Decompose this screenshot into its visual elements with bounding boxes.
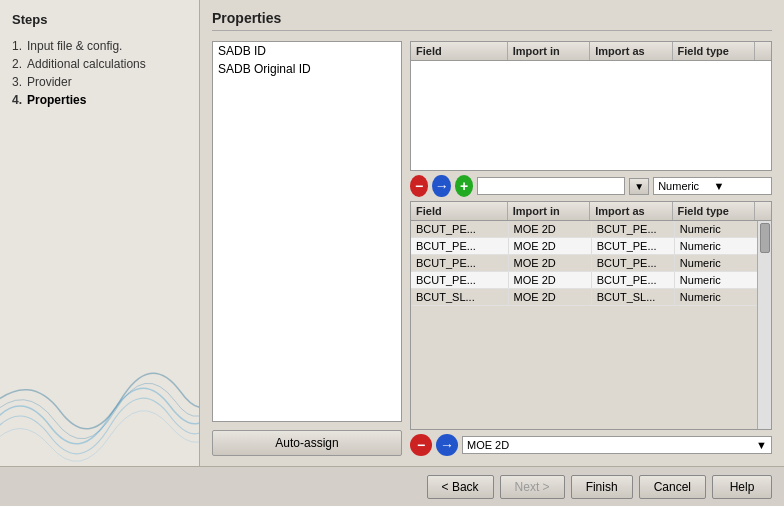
bottom-table-header: Field Import in Import as Field type	[411, 202, 771, 221]
sidebar-title: Steps	[12, 12, 187, 27]
finish-button[interactable]: Finish	[571, 475, 633, 499]
info-button[interactable]: →	[432, 175, 450, 197]
sidebar-item-1: 1. Input file & config.	[12, 37, 187, 55]
bottom-table-body: BCUT_PE... MOE 2D BCUT_PE... Numeric BCU…	[411, 221, 757, 429]
sidebar-item-3: 3. Provider	[12, 73, 187, 91]
step-num-2: 2.	[12, 57, 22, 71]
list-item[interactable]: SADB Original ID	[213, 60, 401, 78]
field-name-input[interactable]	[477, 177, 625, 195]
right-panel: Properties SADB ID SADB Original ID Auto…	[200, 0, 784, 466]
step-num-4: 4.	[12, 93, 22, 107]
top-table-header: Field Import in Import as Field type	[411, 42, 771, 61]
bottom-mapping-table: Field Import in Import as Field type BCU…	[410, 201, 772, 430]
remove-bottom-button[interactable]: −	[410, 434, 432, 456]
next-button[interactable]: Next >	[500, 475, 565, 499]
th-import-as: Import as	[590, 42, 672, 60]
list-item[interactable]: SADB ID	[213, 42, 401, 60]
bth-scroll	[755, 202, 771, 220]
moe-dropdown[interactable]: MOE 2D ▼	[462, 436, 772, 454]
sidebar: Steps 1. Input file & config. 2. Additio…	[0, 0, 200, 466]
remove-button[interactable]: −	[410, 175, 428, 197]
sidebar-item-4: 4. Properties	[12, 91, 187, 109]
bth-import-as: Import as	[590, 202, 672, 220]
numeric-dropdown[interactable]: Numeric ▼	[653, 177, 772, 195]
top-mapping-table: Field Import in Import as Field type	[410, 41, 772, 171]
th-field: Field	[411, 42, 508, 60]
table-row[interactable]: BCUT_PE... MOE 2D BCUT_PE... Numeric	[411, 272, 757, 289]
table-row[interactable]: BCUT_SL... MOE 2D BCUT_SL... Numeric	[411, 289, 757, 306]
sidebar-item-label-2: Additional calculations	[27, 57, 146, 71]
top-table-body	[411, 61, 771, 151]
bth-field-type: Field type	[673, 202, 755, 220]
th-scroll	[755, 42, 771, 60]
help-button[interactable]: Help	[712, 475, 772, 499]
field-list: SADB ID SADB Original ID	[212, 41, 402, 422]
mapping-panel: Field Import in Import as Field type − →…	[410, 41, 772, 456]
th-field-type: Field type	[673, 42, 755, 60]
th-import-in: Import in	[508, 42, 590, 60]
table-row[interactable]: BCUT_PE... MOE 2D BCUT_PE... Numeric	[411, 221, 757, 238]
sidebar-item-label-3: Provider	[27, 75, 72, 89]
top-controls-row: − → + ▼ Numeric ▼	[410, 175, 772, 197]
back-button[interactable]: < Back	[427, 475, 494, 499]
auto-assign-button[interactable]: Auto-assign	[212, 430, 402, 456]
footer: < Back Next > Finish Cancel Help	[0, 466, 784, 506]
bth-import-in: Import in	[508, 202, 590, 220]
bottom-controls-row: − → MOE 2D ▼	[410, 434, 772, 456]
sidebar-item-2: 2. Additional calculations	[12, 55, 187, 73]
bth-field: Field	[411, 202, 508, 220]
scrollbar[interactable]	[757, 221, 771, 429]
scrollbar-thumb	[760, 223, 770, 253]
info-bottom-button[interactable]: →	[436, 434, 458, 456]
field-list-panel: SADB ID SADB Original ID Auto-assign	[212, 41, 402, 456]
panel-title: Properties	[212, 10, 772, 31]
table-row[interactable]: BCUT_PE... MOE 2D BCUT_PE... Numeric	[411, 238, 757, 255]
sidebar-item-label-1: Input file & config.	[27, 39, 122, 53]
field-dropdown-arrow[interactable]: ▼	[629, 178, 649, 195]
step-num-3: 3.	[12, 75, 22, 89]
add-button[interactable]: +	[455, 175, 473, 197]
properties-area: SADB ID SADB Original ID Auto-assign Fie…	[212, 41, 772, 456]
cancel-button[interactable]: Cancel	[639, 475, 706, 499]
table-row[interactable]: BCUT_PE... MOE 2D BCUT_PE... Numeric	[411, 255, 757, 272]
wave-decoration	[0, 346, 199, 466]
sidebar-item-label-4: Properties	[27, 93, 86, 107]
step-num-1: 1.	[12, 39, 22, 53]
